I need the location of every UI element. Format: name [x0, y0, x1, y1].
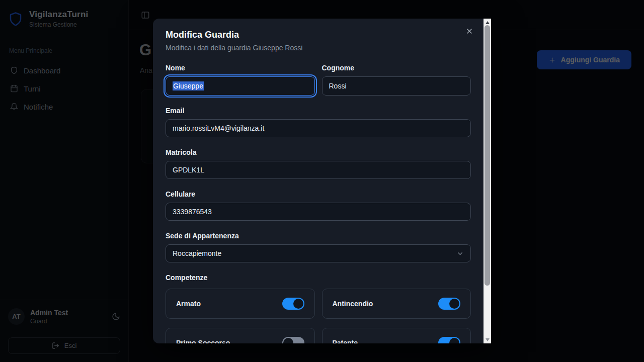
- modal-scrollbar[interactable]: [484, 19, 491, 343]
- competenza-name: Armato: [176, 300, 201, 308]
- toggle-knob: [449, 299, 459, 309]
- cognome-input[interactable]: [322, 76, 471, 96]
- sede-field-group: Sede di Appartenenza Roccapiemonte: [166, 232, 471, 262]
- cognome-field-group: Cognome: [322, 64, 471, 96]
- matricola-input[interactable]: [166, 161, 471, 179]
- nome-input[interactable]: Giuseppe: [166, 76, 315, 96]
- email-label: Email: [166, 107, 471, 115]
- nome-selected-text: Giuseppe: [173, 81, 204, 90]
- competenza-card-patente: Patente: [322, 328, 471, 343]
- nome-field-group: Nome Giuseppe: [166, 64, 315, 96]
- matricola-field-group: Matricola: [166, 148, 471, 179]
- scrollbar-down-arrow[interactable]: [484, 336, 491, 343]
- antincendio-toggle[interactable]: [438, 298, 460, 310]
- competenza-name: Patente: [333, 339, 358, 343]
- matricola-label: Matricola: [166, 148, 471, 156]
- edit-guard-dialog: Modifica Guardia Modifica i dati della g…: [153, 19, 491, 343]
- cellulare-input[interactable]: [166, 203, 471, 221]
- close-button[interactable]: [465, 26, 475, 36]
- patente-toggle[interactable]: [438, 337, 460, 343]
- email-field-group: Email: [166, 107, 471, 137]
- email-input[interactable]: [166, 119, 471, 137]
- cellulare-label: Cellulare: [166, 190, 471, 198]
- sede-selected-value: Roccapiemonte: [173, 249, 221, 257]
- modal-title: Modifica Guardia: [166, 30, 471, 40]
- toggle-knob: [449, 338, 459, 343]
- chevron-down-icon: [456, 250, 464, 257]
- close-icon: [465, 27, 475, 35]
- sede-label: Sede di Appartenenza: [166, 232, 471, 240]
- cognome-label: Cognome: [322, 64, 471, 72]
- primo-soccorso-toggle[interactable]: [282, 337, 304, 343]
- scrollbar-thumb[interactable]: [485, 25, 490, 286]
- cellulare-field-group: Cellulare: [166, 190, 471, 221]
- competenze-grid: Armato Antincendio Primo Soccorso Patent…: [166, 289, 471, 343]
- sede-select[interactable]: Roccapiemonte: [166, 244, 471, 262]
- armato-toggle[interactable]: [282, 298, 304, 310]
- toggle-knob: [293, 299, 303, 309]
- competenza-card-armato: Armato: [166, 289, 315, 319]
- competenze-label: Competenze: [166, 274, 471, 282]
- competenza-name: Antincendio: [333, 300, 373, 308]
- competenza-card-primo-soccorso: Primo Soccorso: [166, 328, 315, 343]
- competenza-card-antincendio: Antincendio: [322, 289, 471, 319]
- modal-subtitle: Modifica i dati della guardia Giuseppe R…: [166, 44, 471, 52]
- toggle-knob: [283, 338, 293, 343]
- edit-guard-modal-panel: Modifica Guardia Modifica i dati della g…: [153, 19, 484, 343]
- competenza-name: Primo Soccorso: [176, 339, 230, 343]
- nome-label: Nome: [166, 64, 315, 72]
